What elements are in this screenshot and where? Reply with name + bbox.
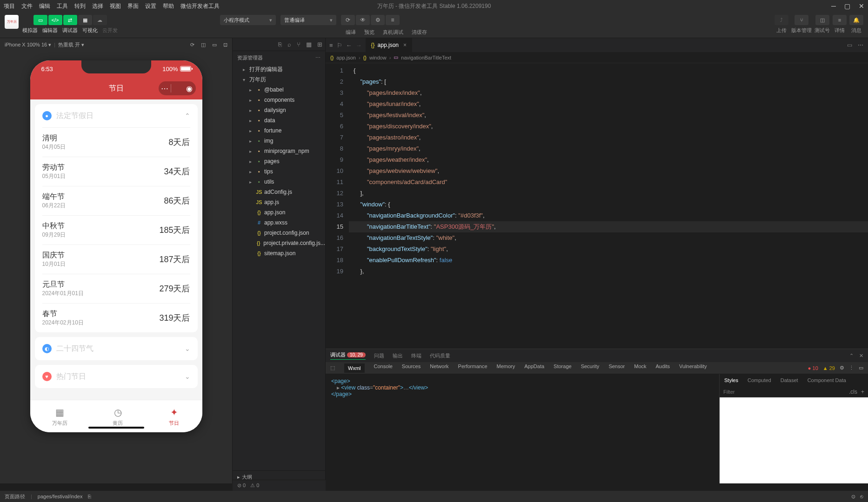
editor-tab[interactable]: {}app.json×	[366, 38, 413, 52]
menu-item[interactable]: 文件	[21, 3, 33, 9]
tree-item[interactable]: {}project.config.json	[233, 228, 325, 238]
tab-item[interactable]: ✦节日	[168, 406, 180, 427]
styles-tab[interactable]: Computed	[743, 377, 776, 383]
menu-item[interactable]: 项目	[4, 3, 15, 9]
debug-sub-tab[interactable]: Vulnerability	[679, 363, 707, 373]
styles-tab[interactable]: Styles	[720, 377, 743, 383]
kebab-icon[interactable]: ⋮	[849, 365, 854, 371]
simulator-button[interactable]: ▭	[33, 15, 47, 25]
debug-sub-tab[interactable]: Audits	[656, 363, 670, 373]
styles-filter-input[interactable]	[723, 389, 849, 395]
sim-icon[interactable]: ⊡	[223, 42, 227, 48]
menu-item[interactable]: 工具	[57, 3, 68, 9]
menu-item[interactable]: 转到	[74, 3, 86, 9]
debug-sub-tab[interactable]: Sensor	[608, 363, 625, 373]
menu-item[interactable]: 界面	[127, 3, 139, 9]
device-select[interactable]: iPhone X 100% 16 ▾	[5, 42, 51, 48]
files-icon[interactable]: ⎘	[278, 41, 282, 48]
festival-row[interactable]: 元旦节2024年01月01日279天后	[42, 274, 190, 303]
compile-select[interactable]: 普通编译▾	[280, 15, 336, 25]
scene-icon[interactable]: ⊙	[851, 494, 855, 500]
wxml-tree[interactable]: <page> ▸ <view class="container">…</view…	[326, 374, 719, 483]
menu-item[interactable]: 视图	[110, 3, 121, 9]
copy-icon[interactable]: ⎘	[88, 494, 91, 499]
festival-row[interactable]: 中秋节09月29日185天后	[42, 215, 190, 244]
code-editor[interactable]: 12345678910111213141516171819 { "pages":…	[326, 63, 868, 349]
debug-top-tab[interactable]: 输出	[393, 352, 403, 359]
preview-icon[interactable]: 👁	[356, 15, 370, 25]
toolbar-版本管理[interactable]: ⑂	[795, 15, 808, 25]
toolbar-消息[interactable]: 🔔	[849, 15, 863, 25]
more-icon[interactable]: ⋯	[315, 55, 320, 61]
ext2-icon[interactable]: ⊞	[317, 41, 322, 48]
tab-item[interactable]: ◷黄历	[112, 406, 124, 427]
tree-item[interactable]: ▸▪components	[233, 95, 325, 105]
styles-tab[interactable]: Dataset	[776, 377, 803, 383]
sim-icon[interactable]: ⟳	[190, 42, 194, 48]
maximize-icon[interactable]: ▢	[844, 2, 850, 10]
debugger-button[interactable]: ⇄	[63, 15, 77, 25]
menu-item[interactable]: 帮助	[163, 3, 174, 9]
debug-sub-tab[interactable]: Storage	[554, 363, 572, 373]
hot-reload-toggle[interactable]: 热重载 开 ▾	[58, 41, 84, 48]
tree-item[interactable]: ▸▪fortune	[233, 126, 325, 136]
tab-close-icon[interactable]: ×	[403, 42, 407, 48]
debug-top-tab[interactable]: 问题	[374, 352, 384, 359]
debug-sub-tab[interactable]: AppData	[524, 363, 544, 373]
menu-dots-icon[interactable]: ⋯	[159, 84, 171, 93]
debug-top-tab[interactable]: 代码质量	[430, 352, 450, 359]
clear-cache-icon[interactable]: ≡	[386, 15, 400, 25]
toolbar-测试号[interactable]: ◫	[815, 15, 829, 25]
ext-icon[interactable]: ▦	[306, 41, 312, 48]
page-path[interactable]: pages/festival/index	[38, 494, 83, 499]
styles-tab[interactable]: Component Data	[803, 377, 851, 383]
target-icon[interactable]: ◉	[183, 84, 196, 93]
link-icon[interactable]: ⎋	[860, 494, 863, 499]
list-icon[interactable]: ≡	[329, 42, 333, 49]
menu-item[interactable]: 选择	[92, 3, 103, 9]
tree-item[interactable]: #app.wxss	[233, 218, 325, 228]
debug-sub-tab[interactable]: Wxml	[344, 363, 365, 373]
menu-item[interactable]: 微信开发者工具	[180, 3, 220, 9]
tree-item[interactable]: {}app.json	[233, 207, 325, 218]
error-count[interactable]: ⊘ 0	[237, 482, 246, 489]
festival-row[interactable]: 国庆节10月01日187天后	[42, 244, 190, 274]
search-icon[interactable]: ⌕	[287, 41, 291, 48]
debug-top-tab[interactable]: 终端	[411, 352, 421, 359]
inspect-icon[interactable]: ⬚	[330, 365, 335, 371]
more-icon[interactable]: ⋯	[858, 42, 863, 48]
tree-item[interactable]: ▸▪@babel	[233, 85, 325, 95]
remote-debug-icon[interactable]: ⚙	[371, 15, 385, 25]
tree-item[interactable]: JSapp.js	[233, 197, 325, 207]
compile-icon[interactable]: ⟳	[341, 15, 355, 25]
tree-item[interactable]: ▸▪utils	[233, 177, 325, 187]
tree-item[interactable]: {}project.private.config.js...	[233, 238, 325, 248]
bookmark-icon[interactable]: ⚐	[337, 42, 342, 49]
debug-sub-tab[interactable]: Mock	[634, 363, 646, 373]
festival-row[interactable]: 清明04月05日8天后	[42, 127, 190, 157]
dock-icon[interactable]: ▭	[859, 365, 863, 371]
cloud-button[interactable]: ☁	[93, 15, 107, 25]
breadcrumb[interactable]: {}app.json› {}window› ▭navigationBarTitl…	[326, 52, 868, 63]
menu-item[interactable]: 设置	[145, 3, 156, 9]
sim-icon[interactable]: ▭	[212, 42, 217, 48]
close-icon[interactable]: ✕	[859, 2, 864, 10]
collapse-icon[interactable]: ⌃	[849, 353, 854, 359]
minimize-icon[interactable]: ─	[831, 2, 836, 10]
debug-sub-tab[interactable]: Console	[374, 363, 393, 373]
fwd-icon[interactable]: →	[356, 42, 362, 49]
cls-toggle[interactable]: .cls	[849, 389, 857, 395]
debug-sub-tab[interactable]: Sources	[402, 363, 421, 373]
debug-sub-tab[interactable]: Memory	[497, 363, 515, 373]
section-header[interactable]: ♥热门节日⌄	[42, 365, 190, 388]
tree-item[interactable]: ▸▪img	[233, 136, 325, 146]
back-icon[interactable]: ←	[346, 42, 352, 49]
close-icon[interactable]: ✕	[859, 353, 863, 359]
debug-sub-tab[interactable]: Security	[581, 363, 600, 373]
menu-item[interactable]: 编辑	[39, 3, 50, 9]
tree-item[interactable]: ▸▪data	[233, 115, 325, 126]
visual-button[interactable]: ▦	[78, 15, 92, 25]
tab-item[interactable]: ▦万年历	[52, 406, 67, 427]
gear-icon[interactable]: ⚙	[840, 365, 844, 371]
open-editors-section[interactable]: ▸打开的编辑器	[233, 64, 325, 74]
